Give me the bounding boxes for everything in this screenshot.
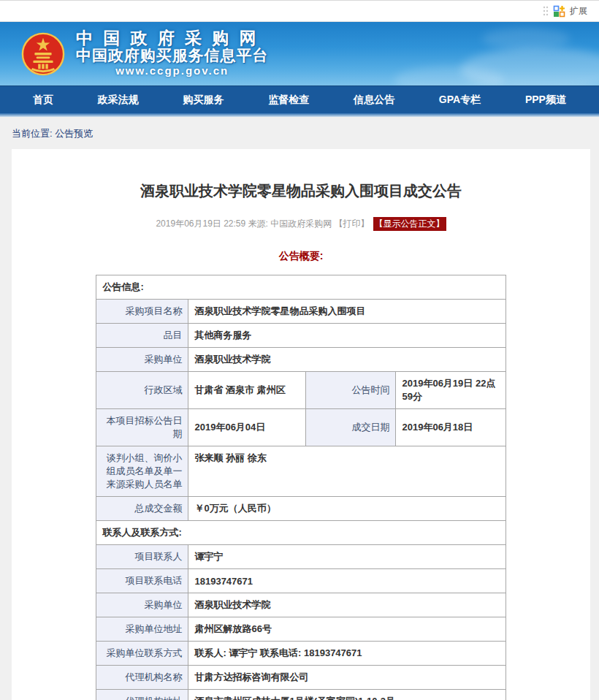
row-label: 品目 — [96, 324, 188, 348]
table-row: 本项目招标公告日期 2019年06月04日 成交日期 2019年06月18日 — [96, 409, 505, 446]
site-url: www.ccgp.gov.cn — [76, 64, 268, 78]
table-row: 联系人及联系方式: — [96, 521, 505, 545]
breadcrumb: 当前位置: 公告预览 — [0, 117, 599, 149]
row-label: 行政区域 — [96, 372, 188, 409]
row-label: 项目联系人 — [96, 545, 188, 569]
extension-label[interactable]: 扩展 — [570, 5, 587, 18]
row-value: 酒泉职业技术学院 — [188, 593, 505, 617]
row-value: ￥0万元（人民币） — [188, 497, 505, 521]
row-label: 采购单位联系方式 — [96, 642, 188, 666]
row-label: 代理机构名称 — [96, 666, 188, 690]
nav-item-regulations[interactable]: 政采法规 — [98, 94, 139, 107]
national-emblem-logo — [20, 31, 66, 77]
browser-extension-bar: 扩展 — [0, 0, 599, 22]
site-subtitle: 中国政府购买服务信息平台 — [76, 47, 268, 64]
table-row: 公告信息: — [96, 275, 505, 300]
row-label: 项目联系电话 — [96, 569, 188, 593]
row-value: 酒泉职业技术学院 — [188, 348, 505, 372]
breadcrumb-label: 当前位置: — [12, 128, 53, 139]
table-row: 采购单位 酒泉职业技术学院 — [96, 593, 505, 617]
announcement-preview-panel: 酒泉职业技术学院零星物品采购入围项目成交公告 2019年06月19日 22:59… — [12, 149, 590, 700]
row-label: 采购单位地址 — [96, 617, 188, 642]
table-row: 采购单位 酒泉职业技术学院 — [96, 348, 505, 372]
cloud-decoration — [482, 28, 570, 50]
table-row: 品目 其他商务服务 — [96, 324, 505, 348]
nav-item-supervision[interactable]: 监督检查 — [268, 94, 309, 107]
row-label: 成交日期 — [306, 409, 396, 446]
announcement-title: 酒泉职业技术学院零星物品采购入围项目成交公告 — [12, 149, 590, 201]
row-label: 采购项目名称 — [96, 300, 188, 324]
site-header: 中国政府采购网 中国政府购买服务信息平台 www.ccgp.gov.cn — [0, 22, 599, 85]
row-value: 肃州区解放路66号 — [188, 617, 505, 642]
row-value: 其他商务服务 — [188, 324, 505, 348]
row-value: 2019年06月19日 22点59分 — [396, 372, 505, 409]
section-header-contact-info: 联系人及联系方式: — [96, 521, 505, 545]
table-row: 采购单位联系方式 联系人: 谭宇宁 联系电话: 18193747671 — [96, 642, 505, 666]
row-label: 总成交金额 — [96, 497, 188, 521]
row-label: 采购单位 — [96, 593, 188, 617]
row-label: 本项目招标公告日期 — [96, 409, 188, 446]
meta-datetime-source: 2019年06月19日 22:59 来源: 中国政府采购网 — [156, 218, 332, 229]
row-value: 甘肃方达招标咨询有限公司 — [188, 666, 505, 690]
row-value: 18193747671 — [188, 569, 505, 593]
print-button[interactable]: 【打印】 — [335, 218, 370, 229]
row-value: 酒泉职业技术学院零星物品采购入围项目 — [188, 300, 505, 324]
table-row: 代理机构地址 酒泉市肃州区成林大厦1号楼(圣富家园)1-10-3号 — [96, 690, 505, 700]
nav-item-purchase-services[interactable]: 购买服务 — [183, 94, 224, 107]
table-row: 项目联系电话 18193747671 — [96, 569, 505, 593]
nav-item-announcements[interactable]: 信息公告 — [354, 94, 394, 107]
nav-item-gpa[interactable]: GPA专栏 — [439, 94, 481, 107]
table-row: 项目联系人 谭宇宁 — [96, 545, 505, 569]
row-value: 2019年06月04日 — [188, 409, 306, 446]
row-value: 2019年06月18日 — [396, 409, 505, 446]
row-value: 谭宇宁 — [188, 545, 505, 569]
row-value: 甘肃省 酒泉市 肃州区 — [188, 372, 306, 409]
table-row: 代理机构名称 甘肃方达招标咨询有限公司 — [96, 666, 505, 690]
nav-item-home[interactable]: 首页 — [33, 94, 53, 107]
row-value: 张来顺 孙丽 徐东 — [188, 446, 505, 497]
site-title: 中国政府采购网 — [76, 29, 268, 47]
announcement-meta: 2019年06月19日 22:59 来源: 中国政府采购网 【打印】【显示公告正… — [12, 217, 590, 231]
drag-handle-icon — [543, 5, 549, 17]
nav-item-ppp[interactable]: PPP频道 — [525, 94, 566, 107]
table-row: 行政区域 甘肃省 酒泉市 肃州区 公告时间 2019年06月19日 22点59分 — [96, 372, 505, 409]
row-value: 联系人: 谭宇宁 联系电话: 18193747671 — [188, 642, 505, 666]
extension-icon[interactable] — [553, 5, 565, 18]
table-row: 采购项目名称 酒泉职业技术学院零星物品采购入围项目 — [96, 300, 505, 324]
table-row: 谈判小组、询价小组成员名单及单一来源采购人员名单 张来顺 孙丽 徐东 — [96, 446, 505, 497]
announcement-summary-table: 公告信息: 采购项目名称 酒泉职业技术学院零星物品采购入围项目 品目 其他商务服… — [96, 275, 505, 700]
row-label: 采购单位 — [96, 348, 188, 372]
show-original-button[interactable]: 【显示公告正文】 — [373, 217, 446, 231]
table-row: 总成交金额 ￥0万元（人民币） — [96, 497, 505, 521]
summary-heading: 公告概要: — [12, 250, 590, 263]
breadcrumb-current: 公告预览 — [55, 128, 93, 139]
row-label: 代理机构地址 — [96, 690, 188, 700]
main-navigation: 首页 政采法规 购买服务 监督检查 信息公告 GPA专栏 PPP频道 — [0, 85, 599, 113]
row-label: 公告时间 — [306, 372, 396, 409]
row-label: 谈判小组、询价小组成员名单及单一来源采购人员名单 — [96, 446, 188, 497]
row-value: 酒泉市肃州区成林大厦1号楼(圣富家园)1-10-3号 — [188, 690, 505, 700]
table-row: 采购单位地址 肃州区解放路66号 — [96, 617, 505, 642]
section-header-announcement-info: 公告信息: — [96, 275, 505, 300]
